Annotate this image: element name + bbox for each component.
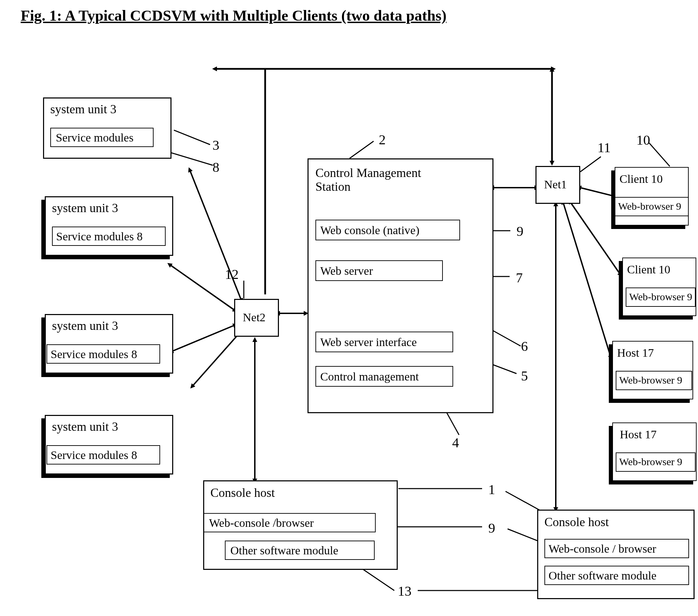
client10-a: Client 10 Web-browser 9 (615, 167, 689, 226)
client10-b: Client 10 Web-browser 9 (622, 258, 696, 316)
system-unit-label: system unit 3 (52, 420, 118, 434)
service-modules-label: Service modules (56, 131, 134, 144)
ref-4: 4 (452, 435, 459, 451)
ref-6: 6 (521, 338, 528, 354)
svg-line-22 (580, 157, 601, 172)
other-sw-label: Other software module (230, 544, 338, 557)
svg-line-15 (170, 153, 213, 165)
service-modules8-label: Service modules 8 (51, 449, 137, 461)
svg-line-16 (350, 141, 374, 158)
control-management-station: Control Management Station Web console (… (308, 158, 493, 413)
ref-12: 12 (225, 266, 239, 282)
svg-line-26 (506, 491, 543, 512)
ref-10: 10 (636, 132, 650, 148)
web-browser9-label: Web-browser 9 (619, 374, 682, 386)
web-browser9-label: Web-browser 9 (618, 200, 681, 212)
client10-label: Client 10 (627, 263, 670, 276)
console-host-left: Console host Web-console /browser Other … (203, 480, 398, 570)
ref-5: 5 (521, 368, 528, 384)
other-sw-label: Other software module (549, 569, 656, 582)
host17-a: Host 17 Web-browser 9 (612, 341, 693, 399)
system-unit-label: system unit 3 (52, 201, 118, 215)
ref-13: 13 (398, 583, 411, 599)
ref-2: 2 (379, 132, 386, 148)
web-console-native-label: Web console (native) (320, 224, 419, 237)
net1-label: Net1 (544, 178, 567, 191)
system-unit-label: system unit 3 (50, 103, 116, 116)
console-host-right: Console host Web-console / browser Other… (537, 510, 695, 599)
web-server-label: Web server (320, 264, 373, 277)
net1-node: Net1 (535, 166, 580, 204)
ref-9b: 9 (488, 520, 495, 536)
net2-node: Net2 (234, 299, 279, 337)
system-unit-2: system unit 3 Service modules 8 (45, 196, 173, 256)
svg-line-10 (580, 188, 615, 196)
ref-8: 8 (212, 159, 219, 175)
web-server-interface-label: Web server interface (320, 336, 417, 348)
service-modules8-label: Service modules 8 (56, 230, 143, 243)
cms-label: Control Management Station (315, 166, 453, 194)
client10-label: Client 10 (619, 173, 663, 185)
ref-11: 11 (597, 139, 611, 156)
system-unit-1: system unit 3 Service modules (43, 97, 171, 159)
svg-line-23 (649, 143, 670, 166)
web-console-browser-label: Web-console /browser (209, 516, 314, 529)
console-host-label: Console host (544, 515, 609, 529)
ref-3: 3 (212, 137, 219, 153)
web-browser9-label: Web-browser 9 (629, 291, 692, 302)
svg-line-14 (174, 130, 210, 145)
svg-line-6 (193, 334, 239, 386)
net2-label: Net2 (243, 311, 265, 324)
console-host-label: Console host (210, 486, 275, 500)
web-console-browser2-label: Web-console / browser (549, 542, 656, 555)
host17-label: Host 17 (620, 428, 657, 441)
system-unit-4: system unit 3 Service modules 8 (45, 415, 173, 474)
web-browser9-label: Web-browser 9 (619, 456, 682, 467)
ref-1: 1 (488, 481, 495, 498)
ref-7: 7 (516, 270, 523, 286)
service-modules8-label: Service modules 8 (51, 348, 137, 361)
host17-b: Host 17 Web-browser 9 (612, 422, 697, 481)
control-management-label: Control management (320, 370, 419, 383)
ref-9a: 9 (517, 223, 523, 239)
host17-label: Host 17 (617, 346, 654, 359)
system-unit-3: system unit 3 Service modules 8 (45, 314, 173, 374)
svg-line-5 (172, 325, 234, 351)
system-unit-label: system unit 3 (52, 319, 118, 333)
